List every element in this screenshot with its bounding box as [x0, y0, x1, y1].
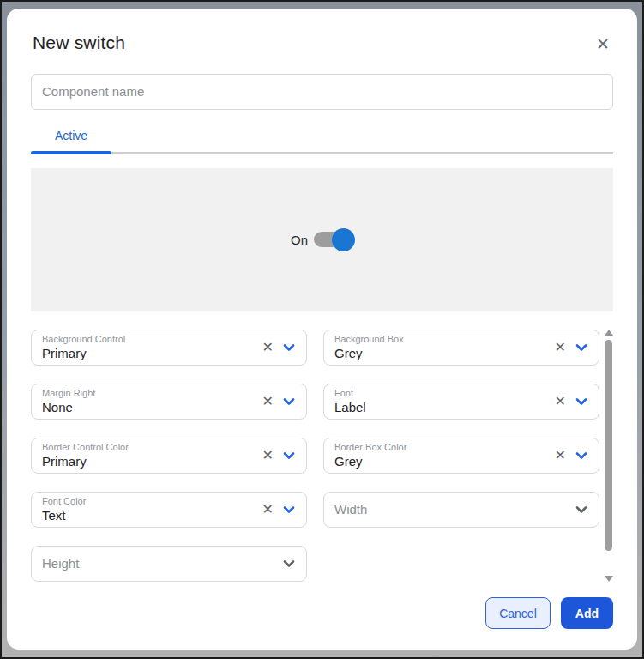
toggle-switch[interactable]	[314, 228, 353, 251]
close-icon[interactable]: ✕	[594, 34, 611, 54]
new-switch-dialog: New switch ✕ Active On Background Contro…	[7, 9, 637, 650]
dialog-title: New switch	[33, 33, 125, 53]
field-text: Width	[334, 503, 367, 517]
select-field[interactable]: Border Control Color Primary ✕	[31, 438, 307, 474]
field-icons: ✕	[262, 341, 296, 354]
field-text: Height	[42, 557, 79, 571]
scroll-down-icon[interactable]	[605, 576, 613, 582]
field-icons: ✕	[262, 395, 296, 408]
select-field[interactable]: Background Control Primary ✕	[31, 330, 307, 366]
field-value: Grey	[334, 455, 406, 469]
chevron-down-icon[interactable]	[282, 503, 296, 517]
field-icons	[282, 557, 296, 571]
field-value: Width	[334, 503, 367, 517]
select-field[interactable]: Font Color Text ✕	[31, 492, 307, 528]
chevron-down-icon[interactable]	[575, 503, 588, 517]
add-button[interactable]: Add	[561, 597, 613, 629]
dialog-footer: Cancel Add	[31, 582, 613, 629]
fields-section: Background Control Primary ✕ Background …	[31, 330, 613, 582]
chevron-down-icon[interactable]	[575, 341, 588, 354]
scroll-up-icon[interactable]	[605, 330, 613, 336]
field-label: Font Color	[42, 497, 86, 506]
field-label: Background Box	[334, 335, 404, 344]
clear-icon[interactable]: ✕	[555, 341, 566, 354]
clear-icon[interactable]: ✕	[262, 449, 274, 463]
chevron-down-icon[interactable]	[575, 395, 588, 408]
field-text: Border Box Color Grey	[334, 443, 406, 469]
cancel-button[interactable]: Cancel	[485, 597, 551, 629]
field-text: Background Box Grey	[334, 335, 404, 361]
clear-icon[interactable]: ✕	[555, 449, 566, 463]
chevron-down-icon[interactable]	[282, 341, 296, 354]
preview-panel: On	[31, 168, 613, 311]
field-text: Font Label	[334, 389, 366, 415]
tab-active[interactable]: Active	[31, 121, 111, 152]
field-icons: ✕	[555, 341, 588, 354]
select-field[interactable]: Height	[31, 546, 307, 582]
field-text: Border Control Color Primary	[42, 443, 129, 469]
scroll-thumb[interactable]	[605, 340, 612, 551]
field-icons: ✕	[262, 503, 296, 517]
field-text: Background Control Primary	[42, 335, 125, 361]
chevron-down-icon[interactable]	[282, 449, 296, 463]
field-icons	[575, 503, 588, 517]
chevron-down-icon[interactable]	[282, 557, 296, 571]
field-text: Font Color Text	[42, 497, 86, 523]
field-label: Border Box Color	[334, 443, 406, 452]
field-value: Grey	[334, 347, 404, 361]
scrollbar	[604, 330, 613, 582]
field-icons: ✕	[262, 449, 296, 463]
field-label: Font	[334, 389, 366, 398]
chevron-down-icon[interactable]	[575, 449, 588, 463]
component-name-input[interactable]	[31, 74, 613, 110]
select-field[interactable]: Font Label ✕	[323, 384, 599, 420]
tab-bar: Active	[31, 121, 613, 154]
screenshot-frame: New switch ✕ Active On Background Contro…	[0, 0, 644, 659]
scroll-track[interactable]	[605, 340, 612, 571]
clear-icon[interactable]: ✕	[555, 395, 566, 408]
field-icons: ✕	[555, 449, 588, 463]
field-value: Primary	[42, 455, 129, 469]
clear-icon[interactable]: ✕	[262, 395, 274, 408]
select-field[interactable]: Border Box Color Grey ✕	[323, 438, 599, 474]
fields-grid: Background Control Primary ✕ Background …	[31, 330, 599, 582]
chevron-down-icon[interactable]	[282, 395, 296, 408]
field-value: Primary	[42, 347, 125, 361]
select-field[interactable]: Background Box Grey ✕	[323, 330, 599, 366]
select-field[interactable]: Margin Right None ✕	[31, 384, 307, 420]
dialog-header: New switch ✕	[31, 31, 613, 54]
field-label: Background Control	[42, 335, 125, 344]
toggle-label: On	[291, 233, 308, 247]
toggle-group: On	[291, 228, 353, 251]
field-value: None	[42, 401, 95, 415]
field-text: Margin Right None	[42, 389, 95, 415]
toggle-knob	[332, 228, 355, 251]
field-icons: ✕	[555, 395, 588, 408]
select-field[interactable]: Width	[323, 492, 599, 528]
field-label: Border Control Color	[42, 443, 129, 452]
field-value: Height	[42, 557, 79, 571]
field-value: Label	[334, 401, 366, 415]
clear-icon[interactable]: ✕	[262, 341, 274, 354]
field-label: Margin Right	[42, 389, 95, 398]
clear-icon[interactable]: ✕	[262, 503, 274, 517]
field-value: Text	[42, 509, 86, 523]
